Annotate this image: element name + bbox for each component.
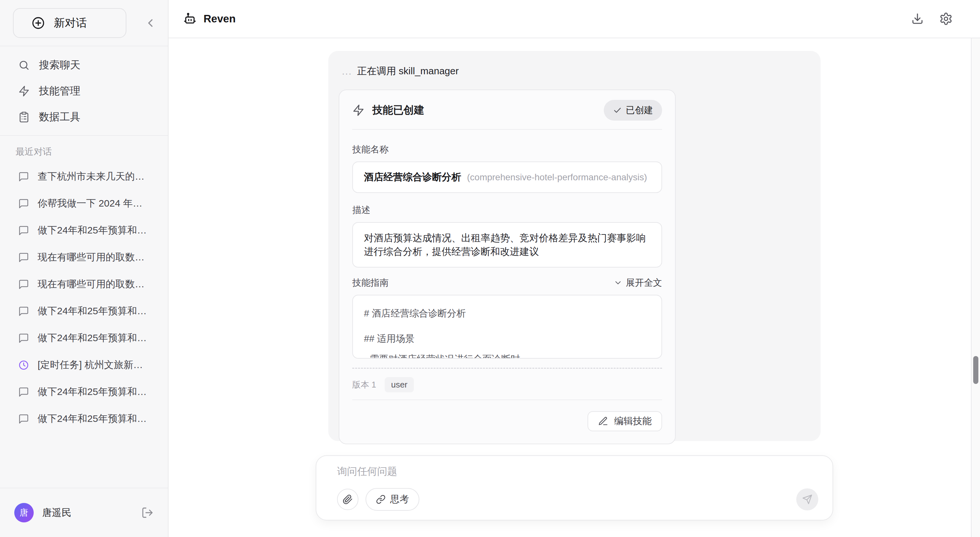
- nav-label: 数据工具: [39, 110, 80, 124]
- skill-card-footer: 编辑技能: [352, 400, 662, 444]
- sidebar-nav: 搜索聊天 技能管理 数据工具: [0, 46, 168, 135]
- skill-name-field[interactable]: 酒店经营综合诊断分析 (comprehensive-hotel-performa…: [352, 161, 662, 193]
- chevron-down-icon: [614, 278, 622, 287]
- expand-label: 展开全文: [626, 277, 662, 289]
- skill-card-body: 技能名称 酒店经营综合诊断分析 (comprehensive-hotel-per…: [339, 130, 675, 400]
- guide-line: # 酒店经营综合诊断分析: [364, 307, 651, 320]
- recent-conversation-label: 现在有哪些可用的取数工具?: [38, 277, 150, 291]
- pencil-icon: [598, 416, 608, 426]
- recent-conversation-label: 做下24年和25年预算和实际...: [38, 331, 150, 345]
- sidebar-item-skill-management[interactable]: 技能管理: [8, 78, 160, 104]
- chat-bubble-icon: [18, 413, 29, 424]
- guide-line: - 需要对酒店经营状况进行全面诊断时: [364, 353, 651, 359]
- skill-desc-value: 对酒店预算达成情况、出租率趋势、竞对价格差异及热门赛事影响进行综合分析，提供经营…: [364, 233, 646, 257]
- settings-button[interactable]: [939, 12, 953, 25]
- recent-conversation-item[interactable]: 查下杭州市未来几天的天气: [8, 163, 160, 190]
- assistant-message-bubble: ... 正在调用 skill_manager 技能已创建 已创建 技: [328, 51, 821, 441]
- skill-name-label: 技能名称: [352, 143, 662, 156]
- recent-conversation-label: 做下24年和25年预算和实际...: [38, 412, 150, 425]
- recent-conversation-label: 做下24年和25年预算和实际...: [38, 224, 150, 237]
- download-button[interactable]: [911, 12, 924, 25]
- download-icon: [911, 12, 924, 25]
- search-icon: [18, 59, 30, 71]
- zap-icon: [18, 85, 30, 97]
- recent-conversation-item[interactable]: 做下24年和25年预算和实际...: [8, 325, 160, 352]
- app-root: 新对话 搜索聊天 技能管理 数据工具 最近对话: [0, 0, 980, 537]
- recent-conversation-label: [定时任务] 杭州文旅新闻汇总: [38, 359, 150, 371]
- send-icon: [802, 494, 813, 505]
- version-label: 版本 1: [352, 379, 376, 390]
- new-chat-button[interactable]: 新对话: [13, 8, 126, 38]
- guide-line: ## 适用场景: [364, 332, 651, 345]
- user-name: 唐遥民: [42, 506, 133, 519]
- recent-conversation-label: 现在有哪些可用的取数工具?: [38, 251, 150, 264]
- badge-label: 已创建: [626, 104, 653, 116]
- tool-call-text: 正在调用 skill_manager: [357, 65, 458, 78]
- skill-name-slug: (comprehensive-hotel-performance-analysi…: [467, 172, 647, 183]
- scrollbar-thumb[interactable]: [973, 356, 978, 384]
- chat-bubble-icon: [18, 198, 29, 209]
- owner-badge: user: [385, 377, 414, 392]
- gear-icon: [939, 12, 953, 25]
- recent-conversations-label: 最近对话: [0, 146, 168, 158]
- main-panel: Reven ... 正在调用 skill_manager: [169, 0, 980, 537]
- message-input[interactable]: [337, 466, 818, 477]
- recent-conversation-label: 做下24年和25年预算和实际...: [38, 304, 150, 318]
- chat-bubble-icon: [18, 387, 29, 398]
- nav-label: 技能管理: [39, 84, 80, 98]
- skill-name-value: 酒店经营综合诊断分析: [364, 171, 461, 184]
- paperclip-icon: [342, 494, 353, 505]
- created-status-badge: 已创建: [604, 100, 662, 121]
- logout-button[interactable]: [141, 507, 154, 519]
- app-title: Reven: [204, 13, 235, 25]
- clock-icon: [18, 360, 29, 371]
- scrollbar-track[interactable]: [971, 38, 980, 537]
- chat-bubble-icon: [18, 333, 29, 344]
- recent-conversation-label: 查下杭州市未来几天的天气: [38, 170, 150, 183]
- recent-conversation-item[interactable]: 你帮我做一下 2024 年和 2...: [8, 190, 160, 217]
- header-actions: [911, 12, 953, 25]
- composer-toolbar: 思考: [337, 488, 818, 511]
- think-mode-button[interactable]: 思考: [366, 488, 419, 511]
- sidebar-collapse-button[interactable]: [144, 16, 157, 30]
- recent-conversation-item[interactable]: 现在有哪些可用的取数工具?: [8, 271, 160, 298]
- sidebar-item-data-tools[interactable]: 数据工具: [8, 104, 160, 130]
- sidebar-divider: [0, 135, 168, 136]
- brand: Reven: [183, 12, 235, 26]
- skill-card-title: 技能已创建: [372, 103, 424, 117]
- recent-conversation-item[interactable]: 做下24年和25年预算和实际...: [8, 298, 160, 325]
- recent-conversation-item[interactable]: 现在有哪些可用的取数工具?: [8, 244, 160, 271]
- skill-guide-field[interactable]: # 酒店经营综合诊断分析 ## 适用场景 - 需要对酒店经营状况进行全面诊断时: [352, 295, 662, 359]
- recent-conversation-item[interactable]: 做下24年和25年预算和实际...: [8, 405, 160, 432]
- nav-label: 搜索聊天: [39, 58, 80, 72]
- think-label: 思考: [390, 493, 409, 506]
- robot-icon: [183, 12, 197, 26]
- recent-conversation-item[interactable]: 做下24年和25年预算和实际...: [8, 217, 160, 244]
- skill-guide-label: 技能指南: [352, 277, 388, 289]
- sidebar-item-search-chats[interactable]: 搜索聊天: [8, 52, 160, 78]
- recent-list: 查下杭州市未来几天的天气 你帮我做一下 2024 年和 2... 做下24年和2…: [0, 162, 168, 488]
- user-area: 唐 唐遥民: [0, 488, 168, 537]
- sidebar: 新对话 搜索聊天 技能管理 数据工具 最近对话: [0, 0, 169, 537]
- recent-conversation-item[interactable]: [定时任务] 杭州文旅新闻汇总: [8, 352, 160, 378]
- skill-card-header: 技能已创建 已创建: [339, 90, 675, 129]
- skill-desc-field[interactable]: 对酒店预算达成情况、出租率趋势、竞对价格差异及热门赛事影响进行综合分析，提供经营…: [352, 222, 662, 268]
- logout-icon: [141, 507, 154, 519]
- plus-circle-icon: [31, 16, 45, 30]
- clipboard-icon: [18, 111, 30, 123]
- chat-content: ... 正在调用 skill_manager 技能已创建 已创建 技: [169, 38, 980, 537]
- chevron-left-icon: [144, 16, 157, 30]
- composer: 思考: [316, 455, 833, 521]
- chat-bubble-icon: [18, 306, 29, 317]
- link-icon: [376, 494, 386, 504]
- skill-guide-row: 技能指南 展开全文: [352, 277, 662, 289]
- send-button[interactable]: [796, 488, 818, 510]
- expand-full-text-button[interactable]: 展开全文: [614, 277, 662, 289]
- edit-skill-button[interactable]: 编辑技能: [587, 411, 662, 431]
- recent-conversation-item[interactable]: 做下24年和25年预算和实际...: [8, 378, 160, 405]
- sidebar-header: 新对话: [0, 0, 168, 46]
- recent-conversation-label: 做下24年和25年预算和实际...: [38, 385, 150, 398]
- version-row: 版本 1 user: [352, 369, 662, 400]
- attach-button[interactable]: [337, 489, 358, 510]
- new-chat-label: 新对话: [54, 16, 87, 30]
